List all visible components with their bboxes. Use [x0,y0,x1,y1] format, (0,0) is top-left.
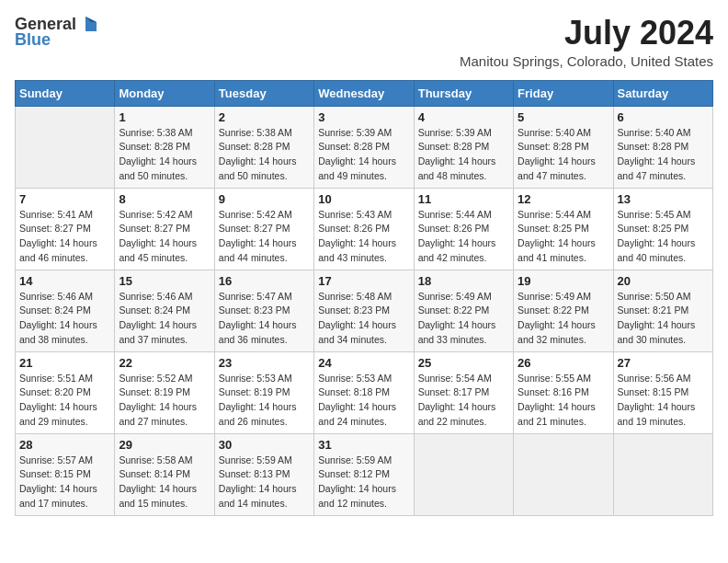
calendar-table: SundayMondayTuesdayWednesdayThursdayFrid… [15,80,713,516]
logo-blue-text: Blue [15,31,51,50]
calendar-cell: 25Sunrise: 5:54 AMSunset: 8:17 PMDayligh… [414,351,513,433]
day-number: 8 [119,192,210,206]
day-info: Sunrise: 5:42 AMSunset: 8:27 PMDaylight:… [219,208,310,266]
day-number: 25 [418,356,509,370]
calendar-cell [414,433,513,515]
calendar-cell: 10Sunrise: 5:43 AMSunset: 8:26 PMDayligh… [314,188,414,270]
day-info: Sunrise: 5:39 AMSunset: 8:28 PMDaylight:… [318,126,409,184]
day-number: 16 [219,274,310,288]
svg-marker-0 [85,17,97,31]
day-info: Sunrise: 5:49 AMSunset: 8:22 PMDaylight:… [518,290,609,348]
calendar-cell: 21Sunrise: 5:51 AMSunset: 8:20 PMDayligh… [16,351,115,433]
day-info: Sunrise: 5:50 AMSunset: 8:21 PMDaylight:… [618,290,709,348]
day-of-week-header: Sunday [16,80,115,106]
day-info: Sunrise: 5:40 AMSunset: 8:28 PMDaylight:… [618,126,709,184]
day-number: 30 [219,438,310,452]
day-number: 2 [219,110,310,124]
day-number: 3 [318,110,409,124]
location-title: Manitou Springs, Colorado, United States [460,53,713,69]
day-number: 24 [318,356,409,370]
day-info: Sunrise: 5:39 AMSunset: 8:28 PMDaylight:… [418,126,509,184]
calendar-cell: 23Sunrise: 5:53 AMSunset: 8:19 PMDayligh… [214,351,313,433]
day-info: Sunrise: 5:58 AMSunset: 8:14 PMDaylight:… [119,454,210,511]
calendar-cell: 16Sunrise: 5:47 AMSunset: 8:23 PMDayligh… [214,270,313,351]
day-number: 21 [19,356,110,370]
day-number: 26 [518,356,609,370]
calendar-cell: 5Sunrise: 5:40 AMSunset: 8:28 PMDaylight… [514,106,613,188]
calendar-cell: 9Sunrise: 5:42 AMSunset: 8:27 PMDaylight… [214,188,313,270]
day-number: 1 [119,110,210,124]
day-info: Sunrise: 5:59 AMSunset: 8:13 PMDaylight:… [219,454,310,511]
day-of-week-header: Monday [115,80,214,106]
day-number: 9 [219,192,310,206]
calendar-cell: 30Sunrise: 5:59 AMSunset: 8:13 PMDayligh… [214,433,313,515]
day-info: Sunrise: 5:52 AMSunset: 8:19 PMDaylight:… [119,372,210,430]
day-number: 22 [119,356,210,370]
day-info: Sunrise: 5:46 AMSunset: 8:24 PMDaylight:… [119,290,210,348]
day-number: 15 [119,274,210,288]
title-area: July 2024 Manitou Springs, Colorado, Uni… [460,15,713,69]
day-number: 12 [518,192,609,206]
month-title: July 2024 [460,15,713,52]
day-info: Sunrise: 5:38 AMSunset: 8:28 PMDaylight:… [119,126,210,184]
calendar-cell [16,106,115,188]
day-number: 4 [418,110,509,124]
day-of-week-header: Thursday [414,80,513,106]
day-info: Sunrise: 5:48 AMSunset: 8:23 PMDaylight:… [318,290,409,348]
logo: General Blue [15,15,98,50]
calendar-cell: 28Sunrise: 5:57 AMSunset: 8:15 PMDayligh… [16,433,115,515]
calendar-cell: 14Sunrise: 5:46 AMSunset: 8:24 PMDayligh… [16,270,115,351]
calendar-header-row: SundayMondayTuesdayWednesdayThursdayFrid… [16,80,713,106]
calendar-cell: 31Sunrise: 5:59 AMSunset: 8:12 PMDayligh… [314,433,414,515]
calendar-cell: 26Sunrise: 5:55 AMSunset: 8:16 PMDayligh… [514,351,613,433]
day-number: 10 [318,192,409,206]
calendar-week-row: 1Sunrise: 5:38 AMSunset: 8:28 PMDaylight… [16,106,713,188]
calendar-cell: 22Sunrise: 5:52 AMSunset: 8:19 PMDayligh… [115,351,214,433]
logo-icon [78,15,98,35]
day-number: 28 [19,438,110,452]
calendar-cell: 13Sunrise: 5:45 AMSunset: 8:25 PMDayligh… [613,188,712,270]
calendar-cell: 18Sunrise: 5:49 AMSunset: 8:22 PMDayligh… [414,270,513,351]
day-info: Sunrise: 5:41 AMSunset: 8:27 PMDaylight:… [19,208,110,266]
day-of-week-header: Wednesday [314,80,414,106]
header: General Blue July 2024 Manitou Springs, … [15,15,713,69]
calendar-cell: 24Sunrise: 5:53 AMSunset: 8:18 PMDayligh… [314,351,414,433]
day-info: Sunrise: 5:45 AMSunset: 8:25 PMDaylight:… [618,208,709,266]
day-number: 17 [318,274,409,288]
calendar-cell: 17Sunrise: 5:48 AMSunset: 8:23 PMDayligh… [314,270,414,351]
day-number: 29 [119,438,210,452]
calendar-cell [514,433,613,515]
day-info: Sunrise: 5:57 AMSunset: 8:15 PMDaylight:… [19,454,110,511]
calendar-cell: 27Sunrise: 5:56 AMSunset: 8:15 PMDayligh… [613,351,712,433]
day-info: Sunrise: 5:55 AMSunset: 8:16 PMDaylight:… [518,372,609,430]
day-number: 23 [219,356,310,370]
day-of-week-header: Friday [514,80,613,106]
day-info: Sunrise: 5:56 AMSunset: 8:15 PMDaylight:… [618,372,709,430]
calendar-cell: 1Sunrise: 5:38 AMSunset: 8:28 PMDaylight… [115,106,214,188]
calendar-cell: 2Sunrise: 5:38 AMSunset: 8:28 PMDaylight… [214,106,313,188]
day-info: Sunrise: 5:44 AMSunset: 8:25 PMDaylight:… [518,208,609,266]
calendar-cell: 15Sunrise: 5:46 AMSunset: 8:24 PMDayligh… [115,270,214,351]
calendar-week-row: 21Sunrise: 5:51 AMSunset: 8:20 PMDayligh… [16,351,713,433]
day-info: Sunrise: 5:53 AMSunset: 8:19 PMDaylight:… [219,372,310,430]
day-of-week-header: Tuesday [214,80,313,106]
day-info: Sunrise: 5:49 AMSunset: 8:22 PMDaylight:… [418,290,509,348]
calendar-cell: 20Sunrise: 5:50 AMSunset: 8:21 PMDayligh… [613,270,712,351]
day-number: 11 [418,192,509,206]
calendar-cell: 8Sunrise: 5:42 AMSunset: 8:27 PMDaylight… [115,188,214,270]
day-info: Sunrise: 5:54 AMSunset: 8:17 PMDaylight:… [418,372,509,430]
day-number: 18 [418,274,509,288]
day-number: 5 [518,110,609,124]
calendar-week-row: 7Sunrise: 5:41 AMSunset: 8:27 PMDaylight… [16,188,713,270]
calendar-cell: 3Sunrise: 5:39 AMSunset: 8:28 PMDaylight… [314,106,414,188]
calendar-cell: 29Sunrise: 5:58 AMSunset: 8:14 PMDayligh… [115,433,214,515]
calendar-cell: 11Sunrise: 5:44 AMSunset: 8:26 PMDayligh… [414,188,513,270]
calendar-cell: 6Sunrise: 5:40 AMSunset: 8:28 PMDaylight… [613,106,712,188]
day-number: 13 [618,192,709,206]
day-number: 19 [518,274,609,288]
calendar-cell: 7Sunrise: 5:41 AMSunset: 8:27 PMDaylight… [16,188,115,270]
day-number: 31 [318,438,409,452]
day-info: Sunrise: 5:53 AMSunset: 8:18 PMDaylight:… [318,372,409,430]
day-info: Sunrise: 5:42 AMSunset: 8:27 PMDaylight:… [119,208,210,266]
calendar-week-row: 14Sunrise: 5:46 AMSunset: 8:24 PMDayligh… [16,270,713,351]
